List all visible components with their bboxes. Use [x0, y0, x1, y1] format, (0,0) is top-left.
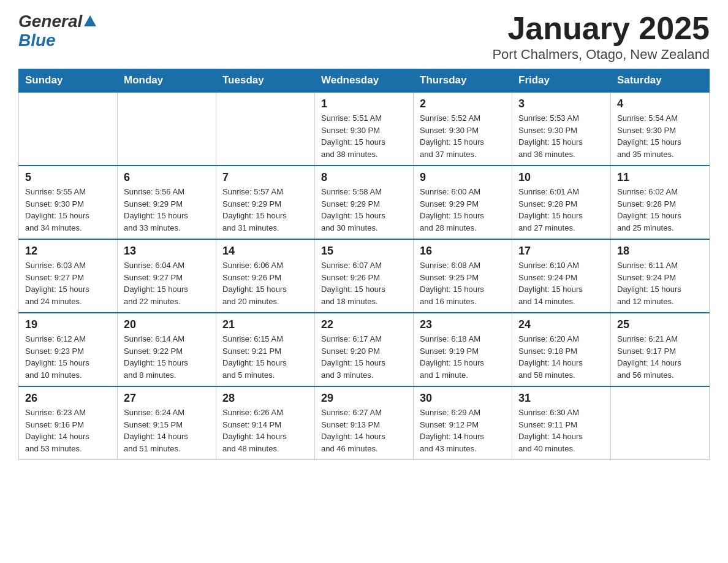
day-info: Sunrise: 6:30 AM Sunset: 9:11 PM Dayligh…	[518, 407, 604, 454]
calendar-day-cell: 5Sunrise: 5:55 AM Sunset: 9:30 PM Daylig…	[19, 166, 118, 239]
day-number: 26	[25, 392, 111, 405]
calendar-day-cell: 31Sunrise: 6:30 AM Sunset: 9:11 PM Dayli…	[512, 386, 611, 460]
calendar-day-cell: 22Sunrise: 6:17 AM Sunset: 9:20 PM Dayli…	[315, 313, 414, 386]
calendar-day-cell: 7Sunrise: 5:57 AM Sunset: 9:29 PM Daylig…	[216, 166, 315, 239]
day-info: Sunrise: 5:55 AM Sunset: 9:30 PM Dayligh…	[25, 186, 111, 234]
day-info: Sunrise: 6:17 AM Sunset: 9:20 PM Dayligh…	[321, 333, 407, 381]
day-info: Sunrise: 6:10 AM Sunset: 9:24 PM Dayligh…	[518, 259, 604, 307]
day-number: 12	[25, 245, 111, 258]
logo-triangle-icon	[84, 15, 96, 29]
day-number: 24	[518, 318, 604, 331]
day-number: 9	[420, 171, 506, 184]
calendar-day-cell: 4Sunrise: 5:54 AM Sunset: 9:30 PM Daylig…	[611, 92, 710, 166]
logo-blue: Blue	[18, 31, 56, 50]
calendar-header: SundayMondayTuesdayWednesdayThursdayFrid…	[19, 69, 710, 93]
calendar-day-cell: 26Sunrise: 6:23 AM Sunset: 9:16 PM Dayli…	[19, 386, 118, 460]
calendar-day-cell: 9Sunrise: 6:00 AM Sunset: 9:29 PM Daylig…	[414, 166, 512, 239]
calendar-day-cell: 6Sunrise: 5:56 AM Sunset: 9:29 PM Daylig…	[118, 166, 216, 239]
calendar-table: SundayMondayTuesdayWednesdayThursdayFrid…	[18, 69, 710, 460]
day-number: 29	[321, 392, 407, 405]
title-block: January 2025 Port Chalmers, Otago, New Z…	[492, 12, 710, 63]
day-info: Sunrise: 6:00 AM Sunset: 9:29 PM Dayligh…	[420, 186, 506, 234]
calendar-day-cell: 25Sunrise: 6:21 AM Sunset: 9:17 PM Dayli…	[611, 313, 710, 386]
weekday-header-thursday: Thursday	[414, 69, 512, 93]
page-header: General Blue January 2025 Port Chalmers,…	[18, 12, 710, 63]
day-number: 2	[420, 98, 506, 110]
day-number: 3	[518, 98, 604, 110]
calendar-day-cell: 21Sunrise: 6:15 AM Sunset: 9:21 PM Dayli…	[216, 313, 315, 386]
day-number: 20	[124, 318, 210, 331]
calendar-week-row: 12Sunrise: 6:03 AM Sunset: 9:27 PM Dayli…	[19, 239, 710, 313]
calendar-day-cell: 8Sunrise: 5:58 AM Sunset: 9:29 PM Daylig…	[315, 166, 414, 239]
weekday-header-friday: Friday	[512, 69, 611, 93]
calendar-day-cell: 12Sunrise: 6:03 AM Sunset: 9:27 PM Dayli…	[19, 239, 118, 313]
day-info: Sunrise: 6:20 AM Sunset: 9:18 PM Dayligh…	[518, 333, 604, 381]
day-number: 10	[518, 171, 604, 184]
day-info: Sunrise: 6:15 AM Sunset: 9:21 PM Dayligh…	[222, 333, 308, 381]
calendar-day-cell: 29Sunrise: 6:27 AM Sunset: 9:13 PM Dayli…	[315, 386, 414, 460]
day-number: 21	[222, 318, 308, 331]
calendar-day-cell	[19, 92, 118, 166]
logo: General Blue	[18, 12, 96, 50]
day-info: Sunrise: 5:56 AM Sunset: 9:29 PM Dayligh…	[124, 186, 210, 234]
day-info: Sunrise: 6:14 AM Sunset: 9:22 PM Dayligh…	[124, 333, 210, 381]
day-info: Sunrise: 6:11 AM Sunset: 9:24 PM Dayligh…	[617, 259, 703, 307]
day-info: Sunrise: 6:01 AM Sunset: 9:28 PM Dayligh…	[518, 186, 604, 234]
calendar-day-cell: 17Sunrise: 6:10 AM Sunset: 9:24 PM Dayli…	[512, 239, 611, 313]
calendar-day-cell	[216, 92, 315, 166]
day-info: Sunrise: 6:21 AM Sunset: 9:17 PM Dayligh…	[617, 333, 703, 381]
calendar-week-row: 5Sunrise: 5:55 AM Sunset: 9:30 PM Daylig…	[19, 166, 710, 239]
day-number: 17	[518, 245, 604, 258]
day-info: Sunrise: 6:18 AM Sunset: 9:19 PM Dayligh…	[420, 333, 506, 381]
day-number: 19	[25, 318, 111, 331]
calendar-day-cell: 20Sunrise: 6:14 AM Sunset: 9:22 PM Dayli…	[118, 313, 216, 386]
calendar-day-cell: 1Sunrise: 5:51 AM Sunset: 9:30 PM Daylig…	[315, 92, 414, 166]
calendar-day-cell: 28Sunrise: 6:26 AM Sunset: 9:14 PM Dayli…	[216, 386, 315, 460]
day-info: Sunrise: 6:26 AM Sunset: 9:14 PM Dayligh…	[222, 407, 308, 454]
day-number: 5	[25, 171, 111, 184]
calendar-day-cell: 30Sunrise: 6:29 AM Sunset: 9:12 PM Dayli…	[414, 386, 512, 460]
day-info: Sunrise: 6:08 AM Sunset: 9:25 PM Dayligh…	[420, 259, 506, 307]
calendar-body: 1Sunrise: 5:51 AM Sunset: 9:30 PM Daylig…	[19, 92, 710, 460]
day-number: 31	[518, 392, 604, 405]
day-number: 4	[617, 98, 703, 110]
day-number: 30	[420, 392, 506, 405]
calendar-day-cell: 18Sunrise: 6:11 AM Sunset: 9:24 PM Dayli…	[611, 239, 710, 313]
calendar-day-cell	[118, 92, 216, 166]
day-info: Sunrise: 6:23 AM Sunset: 9:16 PM Dayligh…	[25, 407, 111, 454]
calendar-day-cell: 13Sunrise: 6:04 AM Sunset: 9:27 PM Dayli…	[118, 239, 216, 313]
calendar-day-cell: 10Sunrise: 6:01 AM Sunset: 9:28 PM Dayli…	[512, 166, 611, 239]
day-info: Sunrise: 6:07 AM Sunset: 9:26 PM Dayligh…	[321, 259, 407, 307]
day-info: Sunrise: 5:57 AM Sunset: 9:29 PM Dayligh…	[222, 186, 308, 234]
day-number: 13	[124, 245, 210, 258]
calendar-day-cell: 3Sunrise: 5:53 AM Sunset: 9:30 PM Daylig…	[512, 92, 611, 166]
calendar-day-cell: 27Sunrise: 6:24 AM Sunset: 9:15 PM Dayli…	[118, 386, 216, 460]
day-info: Sunrise: 5:54 AM Sunset: 9:30 PM Dayligh…	[617, 112, 703, 160]
calendar-week-row: 1Sunrise: 5:51 AM Sunset: 9:30 PM Daylig…	[19, 92, 710, 166]
day-info: Sunrise: 5:51 AM Sunset: 9:30 PM Dayligh…	[321, 112, 407, 160]
day-number: 7	[222, 171, 308, 184]
day-info: Sunrise: 6:04 AM Sunset: 9:27 PM Dayligh…	[124, 259, 210, 307]
svg-marker-0	[84, 15, 96, 26]
weekday-header-saturday: Saturday	[611, 69, 710, 93]
day-number: 11	[617, 171, 703, 184]
calendar-day-cell	[611, 386, 710, 460]
weekday-header-tuesday: Tuesday	[216, 69, 315, 93]
day-number: 23	[420, 318, 506, 331]
page-title: January 2025	[492, 12, 710, 44]
day-number: 15	[321, 245, 407, 258]
weekday-header-row: SundayMondayTuesdayWednesdayThursdayFrid…	[19, 69, 710, 93]
day-number: 1	[321, 98, 407, 110]
calendar-day-cell: 2Sunrise: 5:52 AM Sunset: 9:30 PM Daylig…	[414, 92, 512, 166]
calendar-day-cell: 23Sunrise: 6:18 AM Sunset: 9:19 PM Dayli…	[414, 313, 512, 386]
weekday-header-sunday: Sunday	[19, 69, 118, 93]
page-subtitle: Port Chalmers, Otago, New Zealand	[492, 47, 710, 63]
calendar-day-cell: 14Sunrise: 6:06 AM Sunset: 9:26 PM Dayli…	[216, 239, 315, 313]
day-info: Sunrise: 6:24 AM Sunset: 9:15 PM Dayligh…	[124, 407, 210, 454]
calendar-week-row: 26Sunrise: 6:23 AM Sunset: 9:16 PM Dayli…	[19, 386, 710, 460]
day-info: Sunrise: 5:53 AM Sunset: 9:30 PM Dayligh…	[518, 112, 604, 160]
day-number: 16	[420, 245, 506, 258]
day-info: Sunrise: 6:06 AM Sunset: 9:26 PM Dayligh…	[222, 259, 308, 307]
day-number: 28	[222, 392, 308, 405]
day-info: Sunrise: 6:12 AM Sunset: 9:23 PM Dayligh…	[25, 333, 111, 381]
